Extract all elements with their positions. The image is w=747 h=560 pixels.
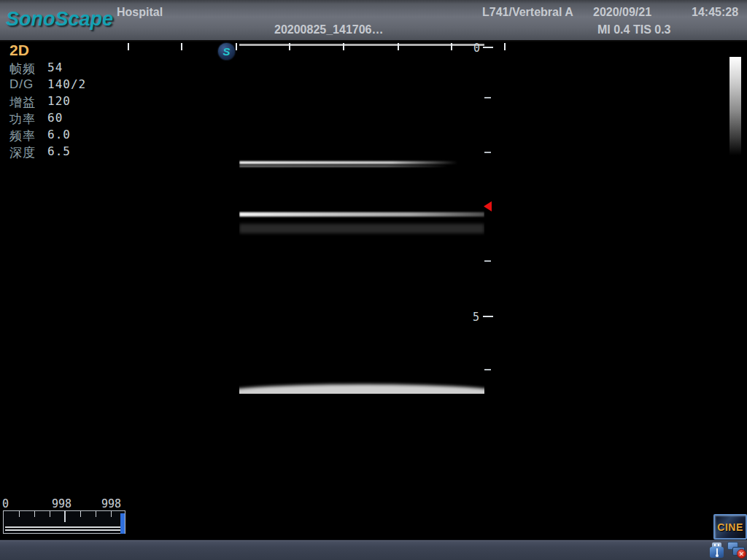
time-display: 14:45:28	[692, 6, 738, 19]
probe-marker-letter: S	[222, 45, 230, 58]
param-value: 6.0	[47, 128, 71, 141]
network-error-badge: ✕	[737, 549, 746, 559]
param-label: 深度	[9, 144, 36, 161]
mode-label: 2D	[9, 42, 29, 59]
depth-tick	[484, 152, 491, 153]
cine-button-label: CINE	[717, 521, 743, 533]
depth-tick-major	[483, 47, 493, 48]
cine-start-label: 0	[2, 497, 9, 510]
ruler-tick	[181, 43, 182, 50]
probe-orientation-marker: S	[218, 43, 235, 60]
date-display: 2020/09/21	[593, 6, 651, 19]
cine-end-label: 998	[101, 497, 121, 510]
param-row-frequency: 频率 6.0	[9, 128, 126, 144]
taskbar	[0, 540, 747, 560]
header-bar: SonoScape Hospital 20200825_141706… L741…	[0, 0, 747, 42]
depth-tick	[484, 97, 491, 98]
scrubber-tick	[19, 511, 20, 517]
ruler-tick	[451, 43, 452, 50]
depth-tick	[484, 369, 491, 370]
cine-button[interactable]: CINE	[713, 514, 747, 540]
depth-label-5: 5	[473, 311, 479, 324]
scrubber-tick	[96, 511, 96, 517]
hospital-name: Hospital	[117, 6, 163, 19]
param-label: 功率	[9, 111, 36, 128]
param-row-framerate: 帧频 54	[9, 61, 126, 77]
ruler-tick	[236, 43, 237, 50]
scrubber-tick-major	[64, 511, 66, 522]
ruler-tick	[343, 43, 344, 50]
scrubber-track-line	[5, 529, 123, 531]
ruler-tick	[398, 43, 399, 50]
probe-preset: L741/Vertebral A	[482, 6, 573, 19]
param-value: 140/2	[47, 77, 86, 91]
scrubber-tick	[80, 511, 81, 517]
param-label: 增益	[9, 94, 36, 111]
ultrasound-image	[239, 44, 484, 394]
scrubber-tick	[111, 511, 112, 517]
param-label: D/G	[9, 77, 34, 92]
ultrasound-speckle-graphic	[239, 44, 484, 394]
param-value: 6.5	[47, 144, 71, 158]
param-label: 帧频	[9, 61, 36, 77]
scrubber-tick	[34, 511, 35, 517]
param-value: 120	[47, 94, 71, 108]
cine-mid-label: 998	[52, 497, 71, 510]
ruler-tick	[128, 43, 129, 50]
depth-label-0: 0	[473, 42, 480, 55]
acoustic-output-display: MI 0.4 TIS 0.3	[597, 23, 670, 36]
param-value: 60	[47, 111, 63, 125]
sonoscape-logo: SonoScape	[6, 8, 113, 31]
param-row-gain: 增益 120	[9, 94, 126, 111]
depth-tick-major	[483, 316, 493, 317]
param-row-dg: D/G 140/2	[9, 77, 126, 94]
cine-position-cursor[interactable]	[120, 513, 125, 534]
grayscale-bar	[729, 57, 741, 155]
ruler-tick	[289, 43, 290, 50]
param-row-depth: 深度 6.5	[9, 144, 126, 161]
usb-icon[interactable]	[710, 542, 724, 558]
ruler-tick	[504, 43, 506, 50]
network-disconnected-icon[interactable]: ✕	[727, 542, 747, 559]
param-value: 54	[47, 61, 63, 74]
focus-marker-icon[interactable]	[484, 201, 492, 211]
depth-tick	[484, 260, 491, 262]
param-label: 频率	[9, 128, 36, 144]
param-row-power: 功率 60	[9, 111, 126, 128]
exam-id: 20200825_141706…	[274, 23, 383, 36]
cine-scrubber[interactable]	[3, 510, 125, 534]
scrubber-tick	[50, 511, 50, 517]
usb-glyph-dot	[716, 554, 719, 557]
ultrasound-screen: SonoScape Hospital 20200825_141706… L741…	[0, 0, 747, 560]
scrubber-track-line	[5, 526, 123, 528]
